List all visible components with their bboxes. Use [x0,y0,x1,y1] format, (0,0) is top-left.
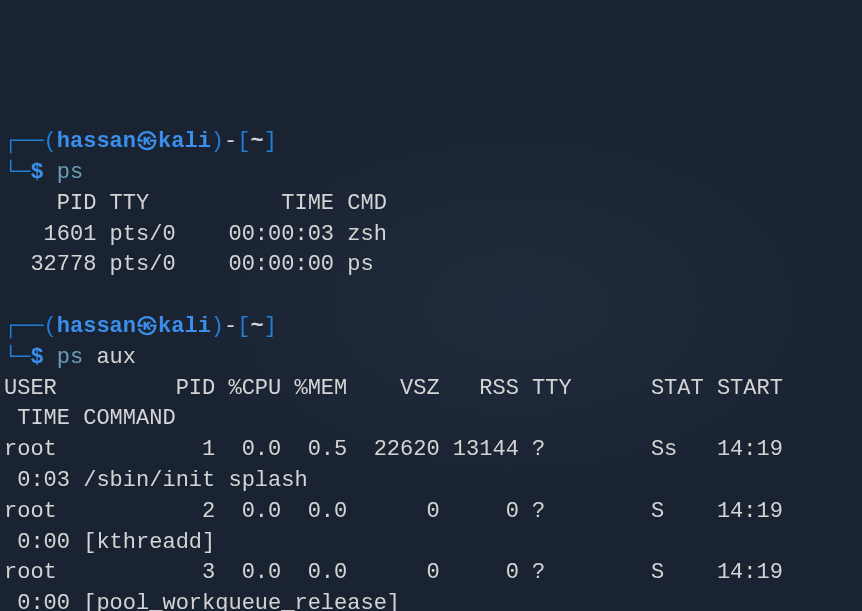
paren-open: ( [44,314,57,339]
corner-top: ┌── [4,129,44,154]
dollar-sign: $ [30,345,43,370]
prompt-user: hassan [57,129,136,154]
prompt-line-1-bot: └─$ ps [4,158,858,189]
psaux-row: root 3 0.0 0.0 0 0 ? S 14:19 [4,558,858,589]
prompt-line-2-top: ┌──(hassan㉿kali)-[~] [4,312,858,343]
ps-row: 1601 pts/0 00:00:03 zsh [4,220,858,251]
psaux-header: TIME COMMAND [4,404,858,435]
psaux-row: 0:03 /sbin/init splash [4,466,858,497]
cwd: ~ [250,314,263,339]
prompt-line-2-bot: └─$ ps aux [4,343,858,374]
corner-bot: └─ [4,345,30,370]
psaux-row: 0:00 [pool_workqueue_release] [4,589,858,611]
paren-close: ) [211,314,224,339]
blank-line [4,281,858,312]
psaux-row: 0:00 [kthreadd] [4,528,858,559]
bracket-close: ] [264,129,277,154]
bracket-close: ] [264,314,277,339]
skull-icon: ㉿ [136,129,158,154]
bracket-open: [ [237,314,250,339]
dollar-sign: $ [30,160,43,185]
paren-open: ( [44,129,57,154]
ps-row: 32778 pts/0 00:00:00 ps [4,250,858,281]
bracket-open: [ [237,129,250,154]
dash: - [224,314,237,339]
command-ps: ps [57,345,83,370]
ps-header: PID TTY TIME CMD [4,189,858,220]
psaux-header: USER PID %CPU %MEM VSZ RSS TTY STAT STAR… [4,374,858,405]
dash: - [224,129,237,154]
psaux-row: root 2 0.0 0.0 0 0 ? S 14:19 [4,497,858,528]
prompt-host: kali [158,129,211,154]
command-ps: ps [57,160,83,185]
corner-bot: └─ [4,160,30,185]
command-args: aux [96,345,136,370]
corner-top: ┌── [4,314,44,339]
prompt-line-1-top: ┌──(hassan㉿kali)-[~] [4,127,858,158]
prompt-host: kali [158,314,211,339]
paren-close: ) [211,129,224,154]
psaux-row: root 1 0.0 0.5 22620 13144 ? Ss 14:19 [4,435,858,466]
skull-icon: ㉿ [136,314,158,339]
prompt-user: hassan [57,314,136,339]
cwd: ~ [250,129,263,154]
terminal[interactable]: ┌──(hassan㉿kali)-[~]└─$ ps PID TTY TIME … [4,127,858,611]
